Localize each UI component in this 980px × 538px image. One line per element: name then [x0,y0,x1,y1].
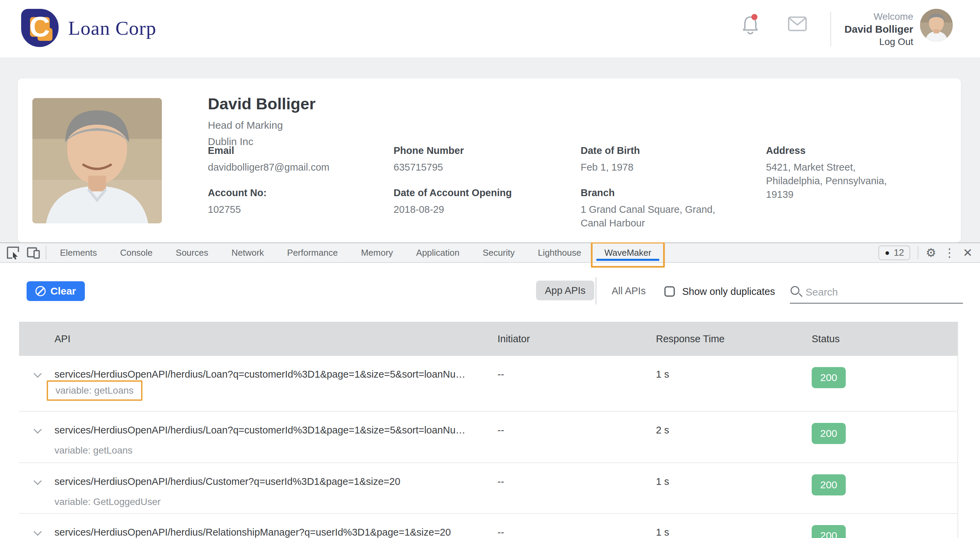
response-time-cell: 1 s [656,369,669,380]
status-badge: 200 [812,475,846,495]
api-url[interactable]: services/HerdiusOpenAPI/herdius/Customer… [54,476,400,487]
tab-network[interactable]: Network [220,243,275,262]
expand-chevron-down-icon[interactable] [33,477,41,485]
status-badge: 200 [812,423,846,444]
table-row: services/HerdiusOpenAPI/herdius/Loan?q=c… [19,411,958,462]
expand-chevron-down-icon[interactable] [33,370,41,378]
user-avatar[interactable] [920,9,953,41]
email-label: Email [208,145,234,156]
status-badge: 200 [812,367,846,388]
devtools-tabs: Elements Console Sources Network Perform… [48,243,663,262]
customer-profile-card: David Bolliger Head of Marking Dublin In… [18,78,961,243]
tab-memory[interactable]: Memory [349,243,404,262]
messages-mail-icon[interactable] [788,16,807,31]
variable-annotation-box: variable: getLoans [47,380,142,401]
settings-gear-icon[interactable]: ⚙ [926,246,936,259]
column-header-response-time: Response Time [656,333,725,344]
tab-console[interactable]: Console [108,243,164,262]
response-time-cell: 2 s [656,425,669,436]
table-row: services/HerdiusOpenAPI/herdius/Customer… [19,462,958,513]
phone-value: 635715795 [394,160,443,174]
tab-security[interactable]: Security [471,243,527,262]
show-only-duplicates-checkbox[interactable] [665,286,675,297]
initiator-cell: -- [498,369,504,380]
expand-chevron-down-icon[interactable] [33,527,41,536]
issues-dot-icon: ● [885,249,890,257]
phone-label: Phone Number [394,145,464,156]
account-no-label: Account No: [208,187,266,198]
dob-value: Feb 1, 1978 [581,160,633,174]
devtools-tabbar: Elements Console Sources Network Perform… [0,243,980,263]
customer-name: David Bolliger [208,94,315,113]
logo-letter: C [29,10,50,43]
address-label: Address [766,145,805,156]
account-no-value: 102755 [208,203,241,216]
clear-ban-icon [35,286,46,296]
welcome-block: Welcome David Bolliger Log Out [831,10,913,48]
header-user-name: David Bolliger [831,23,913,35]
column-header-api: API [54,333,70,344]
avatar-photo [920,9,953,41]
api-url[interactable]: services/HerdiusOpenAPI/herdius/Relation… [54,527,451,538]
clear-button-label: Clear [51,285,76,297]
table-row: services/HerdiusOpenAPI/herdius/Loan?q=c… [19,356,958,411]
tab-wavemaker-label: WaveMaker [605,248,652,258]
notifications-bell-icon[interactable] [741,14,759,35]
table-header-row: API Initiator Response Time Status [19,322,958,356]
tab-application[interactable]: Application [404,243,471,262]
tabbar-right-separator [918,246,918,259]
clear-button[interactable]: Clear [27,281,85,301]
api-variable: variable: getLoans [54,445,132,456]
header-divider [830,11,831,46]
branch-value: 1 Grand Canal Square, Grand, Canal Harbo… [581,203,734,230]
account-opening-label: Date of Account Opening [394,187,512,198]
loan-corp-logo[interactable]: C Loan Corp [21,9,156,47]
filter-app-apis[interactable]: App APIs [536,281,594,300]
branch-label: Branch [581,187,615,198]
response-time-cell: 1 s [656,476,669,487]
logo-wordmark: Loan Corp [68,17,156,40]
logout-link[interactable]: Log Out [831,35,913,48]
initiator-cell: -- [498,476,504,487]
response-time-cell: 1 s [656,527,669,538]
initiator-cell: -- [498,527,504,538]
issues-counter[interactable]: ● 12 [878,246,910,260]
email-value: davidbolliger87@gmail.com [208,160,329,174]
search-field [790,283,963,304]
devtools-panel: Elements Console Sources Network Perform… [0,243,980,538]
filter-all-apis[interactable]: All APIs [612,285,646,297]
issues-count: 12 [894,248,904,258]
app-header: C Loan Corp Welcome David Bolliger Log O… [0,0,980,58]
tab-elements[interactable]: Elements [48,243,108,262]
search-icon [791,286,799,295]
tab-wavemaker[interactable]: WaveMaker [593,243,663,262]
table-row: services/HerdiusOpenAPI/herdius/Relation… [19,513,958,538]
more-options-kebab-icon[interactable]: ⋮ [944,246,956,259]
close-devtools-icon[interactable]: ✕ [963,246,973,259]
devtools-tabbar-right: ● 12 ⚙ ⋮ ✕ [878,246,980,260]
device-toolbar-icon[interactable] [26,246,41,259]
customer-photo [32,98,162,223]
api-url[interactable]: services/HerdiusOpenAPI/herdius/Loan?q=c… [54,425,466,436]
api-calls-table: API Initiator Response Time Status servi… [19,322,958,538]
api-variable: variable: getLoans [56,385,134,396]
api-variable: variable: GetLoggedUser [54,497,161,507]
filter-separator [596,277,596,305]
tab-lighthouse[interactable]: Lighthouse [526,243,593,262]
customer-job-title: Head of Marking [208,119,283,131]
column-header-status: Status [812,333,840,344]
loan-corp-logo-icon: C [21,9,59,47]
show-only-duplicates-label[interactable]: Show only duplicates [682,286,775,297]
expand-chevron-down-icon[interactable] [33,425,41,433]
inspect-element-icon[interactable] [5,246,21,259]
account-opening-value: 2018-08-29 [394,203,444,216]
tabbar-separator [46,246,46,259]
search-input[interactable] [805,284,956,300]
api-url[interactable]: services/HerdiusOpenAPI/herdius/Loan?q=c… [54,369,466,380]
initiator-cell: -- [498,425,504,436]
welcome-text: Welcome [831,10,913,23]
column-header-initiator: Initiator [498,333,530,344]
tab-sources[interactable]: Sources [164,243,220,262]
tab-performance[interactable]: Performance [276,243,350,262]
address-value: 5421, Market Street, Philadelphia, Penns… [766,160,913,201]
